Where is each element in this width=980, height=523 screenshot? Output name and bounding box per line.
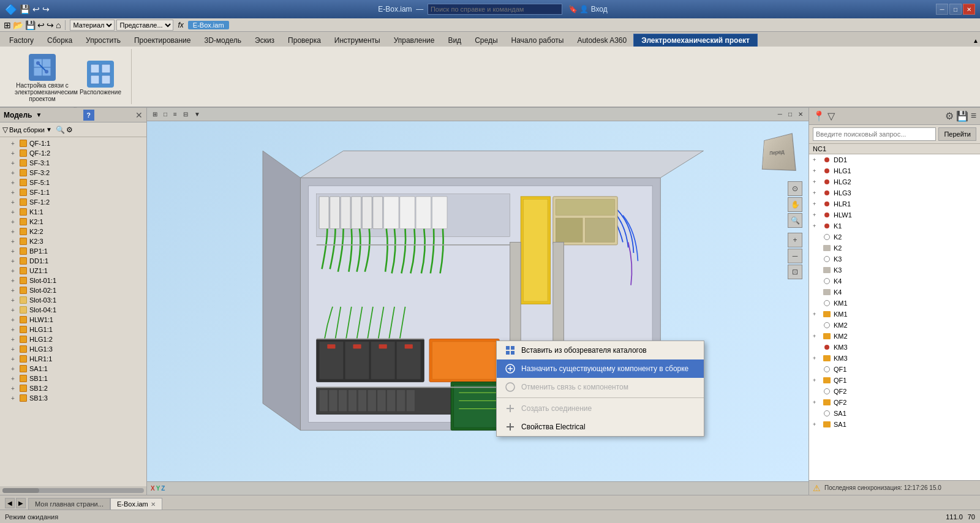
left-tree-item-sb12[interactable]: +SB1:2 [0,383,146,393]
tab-electromech[interactable]: Электромеханический проект [633,34,758,47]
rp-save-icon[interactable]: 💾 [956,110,968,122]
material-dropdown[interactable]: Материал [70,20,115,31]
orbit-btn[interactable]: ⊙ [788,181,802,196]
left-tree-item-hlg13[interactable]: +HLG1:3 [0,344,146,354]
right-tree-item-dd1[interactable]: +DD1 [809,154,980,165]
viewport-btn-5[interactable]: ▼ [192,110,202,118]
left-tree-item-slot021[interactable]: +Slot-02:1 [0,285,146,295]
qa-save[interactable]: 💾 [25,20,36,30]
tree-expander-sf12[interactable]: + [11,199,18,206]
left-tree-item-k11[interactable]: +K1:1 [0,207,146,217]
left-tree-item-k21[interactable]: +K2:1 [0,217,146,227]
rt-expander-k1[interactable]: + [813,223,820,229]
right-tree-item-hlw1[interactable]: +HLW1 [809,209,980,220]
tree-expander-k21[interactable]: + [11,219,18,225]
qa-undo[interactable]: ↩ [37,20,45,30]
view-dropdown-icon[interactable]: ▼ [46,126,52,133]
tree-expander-sf32[interactable]: + [11,170,18,176]
left-panel-scrollbar-area[interactable] [0,486,146,495]
tab-check[interactable]: Проверка [281,34,328,47]
rt-expander-dd1[interactable]: + [813,157,820,163]
right-tree-item-hlg1[interactable]: +HLG1 [809,165,980,176]
tree-expander-hlw11[interactable]: + [11,317,18,323]
qa-redo[interactable]: ↪ [47,20,54,30]
tree-expander-k11[interactable]: + [11,209,18,216]
tree-expander-hlg13[interactable]: + [11,346,18,353]
left-tree-item-qf11[interactable]: +QF-1:1 [0,138,146,148]
tree-expander-sa11[interactable]: + [11,366,18,372]
tab-ebox[interactable]: E-Box.iam ✕ [110,498,162,510]
tree-expander-qf12[interactable]: + [11,150,18,157]
left-tree-item-sf51[interactable]: +SF-5:1 [0,178,146,187]
tab-view[interactable]: Вид [441,34,468,47]
tree-expander-k22[interactable]: + [11,228,18,235]
left-tree-item-uz11[interactable]: +UZ1:1 [0,266,146,276]
rt-expander-km3_f[interactable]: + [813,355,820,361]
right-tree-item-hlg2[interactable]: +HLG2 [809,176,980,187]
minimize-button[interactable]: ─ [936,4,948,15]
bookmark-icon[interactable]: 🔖 [568,5,578,13]
tab-factory[interactable]: Factory [2,34,40,47]
tree-expander-sb12[interactable]: + [11,385,18,392]
right-tree-item-qf2_f[interactable]: +QF2 [809,397,980,408]
tab-sketch[interactable]: Эскиз [248,34,281,47]
tree-expander-uz11[interactable]: + [11,268,18,274]
qa-new[interactable]: ⊞ [4,20,11,30]
rt-expander-qf2_f[interactable]: + [813,399,820,405]
search-input[interactable] [813,127,936,141]
left-tree-item-hlr11[interactable]: +HLR1:1 [0,354,146,364]
tree-expander-bp11[interactable]: + [11,248,18,255]
user-icon[interactable]: 👤 [579,5,589,13]
tree-expander-hlg11[interactable]: + [11,326,18,333]
viewport-maximize[interactable]: □ [786,110,794,118]
ctx-electrical-props[interactable]: Свойства Electrical [497,418,704,436]
left-tree-item-k23[interactable]: +K2:3 [0,236,146,246]
tree-expander-hlr11[interactable]: + [11,356,18,363]
tab-simplify[interactable]: Упростить [79,34,127,47]
left-tree-item-slot041[interactable]: +Slot-04:1 [0,305,146,315]
viewport-btn-2[interactable]: □ [162,110,169,118]
rt-expander-hlg2[interactable]: + [813,179,820,185]
ribbon-expand-icon[interactable]: ▲ [971,36,980,45]
rt-expander-km2_f[interactable]: + [813,333,820,339]
tree-expander-k23[interactable]: + [11,238,18,245]
tree-expander-slot011[interactable]: + [11,277,18,284]
link-settings-button[interactable]: Настройка связи с электромеханическим пр… [12,51,72,105]
maximize-button[interactable]: □ [949,4,962,15]
left-tree-item-slot031[interactable]: +Slot-03:1 [0,295,146,305]
redo-icon[interactable]: ↪ [42,4,50,14]
search-filter-icon[interactable]: 🔍 [56,126,65,134]
tab-nav-btn[interactable]: ◀ [5,498,15,508]
left-tree-item-bp11[interactable]: +BP1:1 [0,246,146,256]
zoom-out-btn[interactable]: ─ [788,249,802,263]
rt-expander-hlg1[interactable]: + [813,168,820,174]
goto-button[interactable]: Перейти [938,127,976,141]
right-tree-item-qf2_c[interactable]: QF2 [809,386,980,397]
panel-help-icon[interactable]: ? [83,110,94,121]
viewcube[interactable]: Перед [753,126,802,175]
placement-button[interactable]: Расположение [77,58,124,98]
tab-home[interactable]: Моя главная страни... [28,498,110,510]
left-tree-item-slot011[interactable]: +Slot-01:1 [0,276,146,285]
right-tree-item-k1[interactable]: +K1 [809,220,980,231]
zoom-in-btn[interactable]: + [788,233,802,247]
zoom-btn[interactable]: 🔍 [788,213,802,228]
rt-expander-hlg3[interactable]: + [813,190,820,196]
right-tree-item-hlr1[interactable]: +HLR1 [809,198,980,209]
right-tree-item-km2_f[interactable]: +KM2 [809,331,980,342]
left-tree-item-sf32[interactable]: +SF-3:2 [0,168,146,178]
left-tree-item-sf12[interactable]: +SF-1:2 [0,197,146,207]
right-tree-item-k4_c[interactable]: K4 [809,276,980,287]
left-tree-item-sb11[interactable]: +SB1:1 [0,374,146,383]
tree-expander-sb13[interactable]: + [11,395,18,402]
tree-expander-sf51[interactable]: + [11,179,18,186]
right-tree-item-km2_c[interactable]: KM2 [809,320,980,331]
left-tree-item-hlw11[interactable]: +HLW1:1 [0,315,146,325]
rp-filter-icon[interactable]: ▽ [827,110,835,122]
left-tree-item-dd11[interactable]: +DD1:1 [0,256,146,266]
settings-icon[interactable]: ⚙ [66,126,73,134]
tree-expander-hlg12[interactable]: + [11,336,18,343]
tab-3d[interactable]: 3D-модель [197,34,248,47]
left-tree-item-k22[interactable]: +K2:2 [0,227,146,236]
qa-home[interactable]: ⌂ [56,20,61,30]
